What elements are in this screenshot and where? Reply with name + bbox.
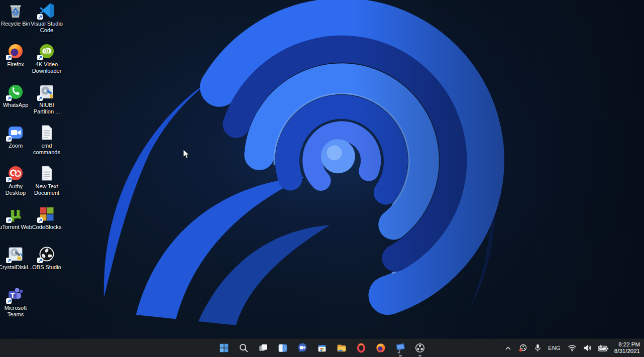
zoom-icon xyxy=(7,124,24,141)
file-explorer-button[interactable] xyxy=(335,341,348,354)
obs-studio-taskbar-button[interactable] xyxy=(413,341,426,354)
svg-text:T: T xyxy=(11,292,15,299)
screen-recorder-button[interactable] xyxy=(394,341,407,354)
desktop-icon-label: cmd commands xyxy=(29,143,64,156)
shortcut-arrow-icon xyxy=(37,217,43,223)
start-button[interactable] xyxy=(218,341,231,354)
shortcut-arrow-icon xyxy=(6,136,12,142)
clock-date: 8/31/2021 xyxy=(614,348,640,354)
opera-icon xyxy=(356,342,367,353)
obs-studio-icon xyxy=(38,246,55,263)
system-tray: ENG xyxy=(504,339,642,357)
shortcut-arrow-icon xyxy=(6,217,12,223)
firefox-icon xyxy=(375,342,386,353)
desktop-icon-label: Microsoft Teams xyxy=(0,305,33,318)
clock-time: 8:22 PM xyxy=(614,341,640,348)
desktop-icon-vscode[interactable]: Visual Studio Code xyxy=(29,2,64,34)
authy-icon xyxy=(7,165,24,182)
4k-video-downloader-icon xyxy=(38,43,55,60)
desktop-icon-obs-studio[interactable]: OBS Studio xyxy=(29,246,64,271)
desktop-icon-label: New Text Document xyxy=(29,183,64,196)
screen-recorder-icon xyxy=(394,342,406,354)
microsoft-teams-icon: T xyxy=(7,286,24,303)
desktop-icon-label: OBS Studio xyxy=(32,264,61,271)
shortcut-arrow-icon xyxy=(37,14,43,20)
task-view-icon xyxy=(258,342,269,353)
text-document-icon xyxy=(38,124,55,141)
desktop-icon-firefox[interactable]: Firefox xyxy=(0,43,33,68)
taskbar: ENG xyxy=(0,338,644,357)
hidden-icons-chevron[interactable] xyxy=(504,345,512,351)
whatsapp-icon xyxy=(7,83,24,100)
desktop-icon-label: WhatsApp xyxy=(3,102,29,108)
desktop-icon-authy-desktop[interactable]: Authy Desktop xyxy=(0,165,33,196)
windows-start-icon xyxy=(219,342,230,353)
desktop-icon-label: CrystalDiskI... xyxy=(0,264,33,271)
opera-button[interactable] xyxy=(355,341,368,354)
desktop-icon-label: Zoom xyxy=(9,143,23,149)
widgets-button[interactable] xyxy=(276,341,289,354)
firefox-icon xyxy=(7,43,24,60)
vscode-icon xyxy=(38,2,55,19)
desktop-icon-label: uTorrent Web xyxy=(0,224,32,230)
desktop-icon-label: Authy Desktop xyxy=(0,183,33,196)
file-explorer-icon xyxy=(336,342,347,353)
text-document-icon xyxy=(38,165,55,182)
running-indicator xyxy=(399,355,402,356)
desktop-icon-whatsapp[interactable]: WhatsApp xyxy=(0,83,33,108)
desktop-icon-new-text-document[interactable]: New Text Document xyxy=(29,165,64,196)
desktop-icon-cmd-commands[interactable]: cmd commands xyxy=(29,124,64,156)
search-icon xyxy=(238,342,249,353)
microphone-tray-icon[interactable] xyxy=(533,343,542,353)
desktop-icon-label: Firefox xyxy=(7,61,24,68)
microsoft-store-button[interactable] xyxy=(315,341,329,354)
windows-11-desktop: { "desktop": { "icons": [ {"label": "Rec… xyxy=(0,0,644,357)
desktop-icon-recycle-bin[interactable]: Recycle Bin xyxy=(0,2,33,27)
taskbar-clock[interactable]: 8:22 PM 8/31/2021 xyxy=(614,341,642,354)
chat-button[interactable] xyxy=(296,341,309,354)
codeblocks-icon xyxy=(38,205,55,222)
shortcut-arrow-icon xyxy=(6,258,12,263)
obs-studio-icon xyxy=(414,342,425,353)
obs-tray-icon[interactable] xyxy=(517,343,529,353)
desktop-icon-niubi-partition[interactable]: NIUBI Partition ... xyxy=(29,83,64,115)
desktop-icon-label: Visual Studio Code xyxy=(29,21,64,34)
desktop-icon-4k-video-downloader[interactable]: 4K Video Downloader xyxy=(29,43,64,74)
microsoft-store-icon xyxy=(316,342,328,353)
niubi-partition-icon xyxy=(38,83,55,100)
taskbar-center-group xyxy=(218,339,426,357)
wallpaper-bloom xyxy=(0,0,644,357)
utorrent-icon: µ µ xyxy=(7,205,24,222)
shortcut-arrow-icon xyxy=(6,95,12,101)
shortcut-arrow-icon xyxy=(6,55,12,60)
recycle-bin-icon xyxy=(7,2,24,19)
desktop-icon-zoom[interactable]: Zoom xyxy=(0,124,33,149)
shortcut-arrow-icon xyxy=(37,258,43,263)
search-button[interactable] xyxy=(237,341,250,354)
shortcut-arrow-icon xyxy=(6,298,12,304)
volume-tray-icon[interactable] xyxy=(582,343,592,352)
mouse-cursor xyxy=(182,149,191,159)
desktop-icon-codeblocks[interactable]: CodeBlocks xyxy=(29,205,64,230)
running-indicator xyxy=(418,355,421,356)
battery-tray-icon[interactable] xyxy=(597,343,610,353)
desktop-icon-crystaldiskinfo[interactable]: CrystalDiskI... xyxy=(0,246,33,271)
desktop-icon-microsoft-teams[interactable]: T Microsoft Teams xyxy=(0,286,33,318)
desktop-icon-label: Recycle Bin xyxy=(1,21,30,27)
wifi-tray-icon[interactable] xyxy=(567,343,578,352)
desktop-icon-utorrent-web[interactable]: µ µ uTorrent Web xyxy=(0,205,33,230)
task-view-button[interactable] xyxy=(257,341,270,354)
desktop-icon-label: CodeBlocks xyxy=(32,224,62,230)
shortcut-arrow-icon xyxy=(37,95,43,101)
widgets-icon xyxy=(277,342,288,353)
shortcut-arrow-icon xyxy=(37,55,43,60)
chat-icon xyxy=(297,342,308,353)
desktop-icon-label: 4K Video Downloader xyxy=(29,61,64,74)
crystaldiskinfo-icon xyxy=(7,246,24,263)
desktop-icon-label: NIUBI Partition ... xyxy=(29,102,64,115)
firefox-taskbar-button[interactable] xyxy=(374,341,387,354)
language-indicator[interactable]: ENG xyxy=(547,345,562,351)
shortcut-arrow-icon xyxy=(6,177,12,182)
chevron-up-icon xyxy=(505,346,511,350)
